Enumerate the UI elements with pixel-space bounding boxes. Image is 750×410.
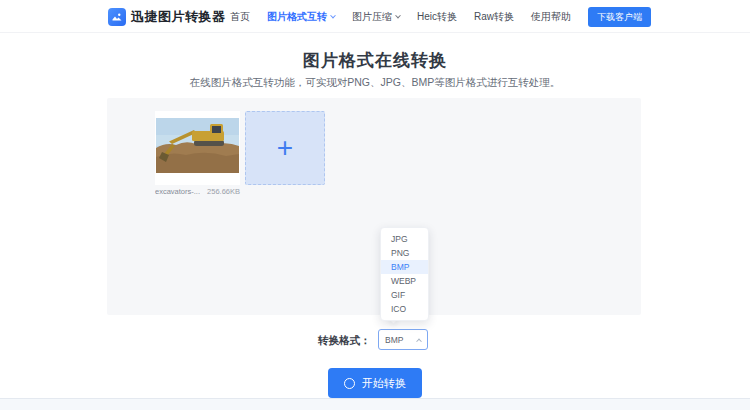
image-converter-logo-icon <box>108 8 126 26</box>
nav-item-label: 图片压缩 <box>352 10 392 24</box>
option-ico[interactable]: ICO <box>381 302 428 316</box>
nav-item-raw[interactable]: Raw转换 <box>474 10 514 24</box>
nav-item-format-convert[interactable]: 图片格式互转 <box>267 10 335 24</box>
option-jpg[interactable]: JPG <box>381 232 428 246</box>
plus-icon: + <box>277 134 293 162</box>
file-name: excavators-... <box>155 187 200 196</box>
footer-strip <box>0 398 750 410</box>
add-image-button[interactable]: + <box>245 111 325 185</box>
file-size: 256.66KB <box>207 187 240 196</box>
main-nav: 首页 图片格式互转 图片压缩 Heic转换 Raw转换 使用帮助 <box>230 0 571 33</box>
uploaded-file-card[interactable] <box>155 111 240 185</box>
option-png[interactable]: PNG <box>381 246 428 260</box>
circle-icon <box>344 378 355 389</box>
nav-item-heic[interactable]: Heic转换 <box>417 10 457 24</box>
upload-panel: excavators-... 256.66KB + <box>107 98 641 315</box>
convert-format-label: 转换格式： <box>318 334 371 348</box>
chevron-up-icon <box>416 338 422 344</box>
brand-name: 迅捷图片转换器 <box>131 8 226 26</box>
nav-item-label: 首页 <box>230 10 250 24</box>
format-select-value: BMP <box>385 335 403 345</box>
page-subtitle: 在线图片格式互转功能，可实现对PNG、JPG、BMP等图片格式进行互转处理。 <box>0 76 750 90</box>
format-select[interactable]: BMP <box>378 329 428 350</box>
option-webp[interactable]: WEBP <box>381 274 428 288</box>
navbar: 迅捷图片转换器 首页 图片格式互转 图片压缩 Heic转换 Raw转换 使用帮助… <box>0 0 750 33</box>
option-bmp-selected[interactable]: BMP <box>381 260 428 274</box>
start-convert-label: 开始转换 <box>362 376 406 391</box>
download-client-button[interactable]: 下载客户端 <box>588 7 651 27</box>
nav-item-label: 图片格式互转 <box>267 10 327 24</box>
nav-item-home[interactable]: 首页 <box>230 10 250 24</box>
nav-item-compress[interactable]: 图片压缩 <box>352 10 400 24</box>
chevron-down-icon <box>330 12 336 18</box>
option-gif[interactable]: GIF <box>381 288 428 302</box>
nav-item-help[interactable]: 使用帮助 <box>531 10 571 24</box>
file-thumbnail-excavator-photo <box>156 118 239 173</box>
file-caption: excavators-... 256.66KB <box>155 187 240 196</box>
format-options-dropdown: JPG PNG BMP WEBP GIF ICO <box>380 227 429 321</box>
nav-item-label: Heic转换 <box>417 10 457 24</box>
start-convert-button[interactable]: 开始转换 <box>328 368 422 398</box>
nav-item-label: 使用帮助 <box>531 10 571 24</box>
nav-item-label: Raw转换 <box>474 10 514 24</box>
page-title: 图片格式在线转换 <box>0 49 750 72</box>
chevron-down-icon <box>395 12 401 18</box>
brand-logo[interactable]: 迅捷图片转换器 <box>108 0 226 33</box>
